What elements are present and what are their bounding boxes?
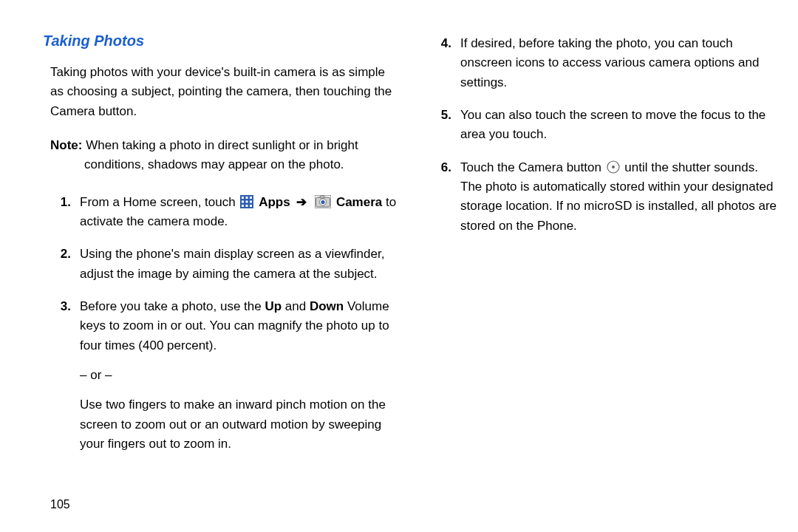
svg-rect-7 bbox=[242, 205, 244, 207]
svg-rect-9 bbox=[250, 205, 252, 207]
step-3-mid: and bbox=[282, 299, 310, 313]
step-1: 1. From a Home screen, touch Apps ➔ bbox=[50, 193, 397, 232]
svg-rect-3 bbox=[250, 197, 252, 199]
section-heading: Taking Photos bbox=[43, 30, 397, 52]
svg-rect-4 bbox=[242, 200, 244, 202]
svg-rect-5 bbox=[246, 200, 248, 202]
step-2: 2. Using the phone's main display screen… bbox=[50, 245, 397, 284]
step-4-text: If desired, before taking the photo, you… bbox=[460, 36, 759, 89]
camera-icon bbox=[315, 195, 331, 208]
step-3: 3. Before you take a photo, use the Up a… bbox=[50, 297, 397, 454]
step-6-pre: Touch the Camera button bbox=[460, 160, 605, 174]
step-number: 1. bbox=[50, 193, 71, 212]
svg-rect-12 bbox=[320, 196, 324, 198]
camera-label: Camera bbox=[336, 195, 382, 209]
step-1-pre: From a Home screen, touch bbox=[80, 195, 236, 209]
steps-list-right: 4. If desired, before taking the photo, … bbox=[423, 34, 777, 236]
step-number: 4. bbox=[431, 34, 451, 53]
apps-label: Apps bbox=[259, 195, 290, 209]
svg-rect-8 bbox=[246, 205, 248, 207]
apps-grid-icon bbox=[240, 195, 253, 208]
step-number: 3. bbox=[50, 297, 71, 316]
note-label: Note: bbox=[50, 138, 82, 152]
note-text-line1: When taking a photo in direct sunlight o… bbox=[86, 138, 358, 152]
step-6: 6. Touch the Camera button until the shu… bbox=[431, 158, 777, 236]
left-column: Taking Photos Taking photos with your de… bbox=[43, 30, 397, 514]
svg-rect-6 bbox=[250, 200, 252, 202]
up-key-label: Up bbox=[265, 299, 282, 313]
step-number: 5. bbox=[431, 106, 451, 125]
step-number: 6. bbox=[431, 158, 451, 177]
step-number: 2. bbox=[50, 245, 71, 264]
shutter-button-icon bbox=[607, 160, 620, 174]
svg-point-14 bbox=[321, 200, 325, 204]
svg-point-16 bbox=[612, 166, 615, 168]
note-text-line2: conditions, shadows may appear on the ph… bbox=[50, 155, 392, 174]
step-3-pre: Before you take a photo, use the bbox=[80, 299, 265, 313]
step-2-text: Using the phone's main display screen as… bbox=[80, 247, 384, 280]
page-number: 105 bbox=[50, 498, 70, 511]
svg-rect-1 bbox=[242, 197, 244, 199]
or-separator: – or – bbox=[80, 366, 397, 385]
right-column: 4. If desired, before taking the photo, … bbox=[423, 30, 777, 514]
down-key-label: Down bbox=[310, 299, 344, 313]
note-block: Note: When taking a photo in direct sunl… bbox=[43, 136, 397, 175]
manual-page: Taking Photos Taking photos with your de… bbox=[0, 0, 798, 532]
svg-rect-2 bbox=[246, 197, 248, 199]
arrow-icon: ➔ bbox=[296, 195, 307, 209]
intro-paragraph: Taking photos with your device's built-i… bbox=[43, 63, 397, 121]
step-5: 5. You can also touch the screen to move… bbox=[431, 106, 777, 145]
steps-list-left: 1. From a Home screen, touch Apps ➔ bbox=[43, 193, 397, 454]
step-4: 4. If desired, before taking the photo, … bbox=[431, 34, 777, 92]
step-3-alt: Use two fingers to make an inward pinch … bbox=[80, 395, 397, 454]
step-5-text: You can also touch the screen to move th… bbox=[460, 108, 765, 141]
